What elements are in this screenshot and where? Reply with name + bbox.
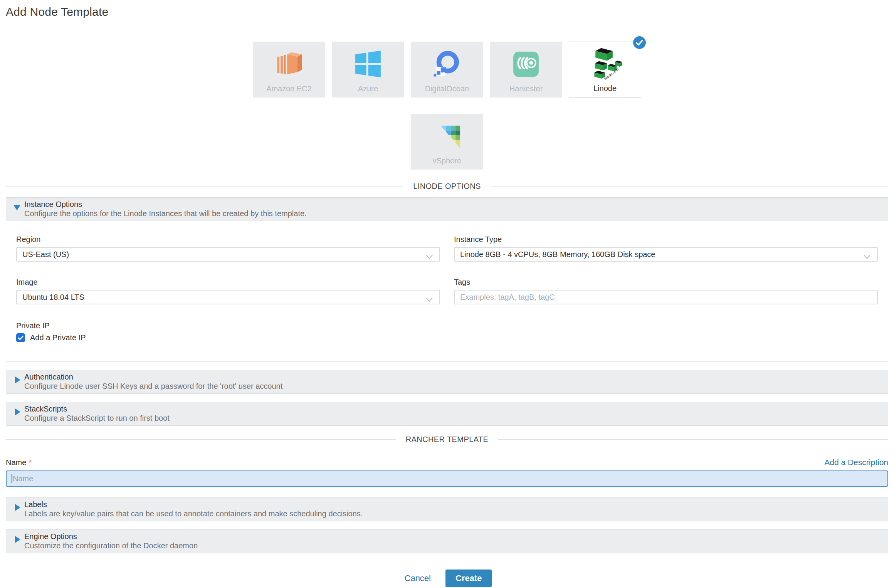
name-row: Name* Add a Description — [6, 458, 888, 467]
private-ip-checkbox-label: Add a Private IP — [30, 333, 86, 342]
digitalocean-icon — [411, 48, 483, 81]
chevron-down-icon — [425, 252, 433, 261]
separator-line — [6, 186, 403, 186]
section-title: Engine Options — [24, 532, 881, 541]
section-title: Instance Options — [24, 200, 881, 209]
separator-label: RANCHER TEMPLATE — [396, 435, 499, 444]
instance-type-value: Linode 8GB - 4 vCPUs, 8GB Memory, 160GB … — [460, 250, 655, 259]
tags-input[interactable] — [454, 290, 878, 304]
engine-options-header[interactable]: Engine Options Customize the configurati… — [6, 529, 888, 553]
triangle-right-icon — [15, 504, 20, 511]
region-field: Region US-East (US) — [16, 235, 440, 262]
provider-tile-linode[interactable]: linode.com Linode — [569, 42, 641, 97]
footer-actions: Cancel Create — [6, 570, 888, 587]
triangle-right-icon — [15, 376, 20, 383]
provider-row-2: vSphere — [6, 114, 888, 170]
required-asterisk: * — [29, 458, 32, 467]
amazon-ec2-icon — [253, 48, 325, 81]
provider-tile-azure[interactable]: Azure — [332, 42, 404, 97]
vsphere-icon — [411, 120, 483, 153]
stackscripts-header[interactable]: StackScripts Configure a StackScript to … — [6, 402, 888, 426]
private-ip-field: Private IP Add a Private IP — [16, 321, 878, 342]
instance-options-body: Region US-East (US) Instance Type Linode… — [6, 221, 888, 362]
checkbox-checked-icon[interactable] — [16, 333, 25, 342]
region-value: US-East (US) — [22, 250, 69, 259]
private-ip-label: Private IP — [16, 321, 878, 330]
section-instance-options: Instance Options Configure the options f… — [6, 197, 888, 362]
section-labels: Labels Labels are key/value pairs that c… — [6, 497, 888, 521]
image-select[interactable]: Ubuntu 18.04 LTS — [16, 290, 440, 304]
tile-label: Linode — [593, 84, 617, 92]
name-input-wrap — [6, 470, 888, 487]
chevron-down-icon — [425, 295, 433, 304]
tile-label: vSphere — [433, 157, 462, 165]
separator-line — [491, 186, 888, 186]
name-label: Name — [6, 458, 26, 467]
section-subtitle: Labels are key/value pairs that can be u… — [24, 509, 881, 518]
linode-logo-icon: linode.com — [569, 48, 641, 81]
section-subtitle: Configure a StackScript to run on first … — [24, 413, 881, 423]
instance-type-label: Instance Type — [454, 235, 878, 244]
image-label: Image — [16, 278, 440, 286]
tile-label: Harvester — [509, 85, 543, 92]
triangle-down-icon — [13, 205, 20, 210]
create-button[interactable]: Create — [445, 570, 492, 587]
provider-tile-harvester[interactable]: Harvester — [490, 42, 562, 97]
chevron-down-icon — [863, 252, 871, 261]
triangle-right-icon — [15, 536, 20, 543]
section-subtitle: Customize the configuration of the Docke… — [24, 541, 881, 550]
name-input[interactable] — [6, 470, 888, 487]
tile-label: Amazon EC2 — [266, 85, 312, 92]
separator-label: LINODE OPTIONS — [403, 182, 491, 191]
tags-label: Tags — [454, 278, 878, 286]
tile-label: DigitalOcean — [425, 85, 469, 92]
triangle-right-icon — [15, 408, 20, 415]
region-select[interactable]: US-East (US) — [16, 247, 440, 262]
provider-row-1: Amazon EC2 Azure — [6, 42, 888, 97]
provider-tile-amazon-ec2[interactable]: Amazon EC2 — [253, 42, 325, 97]
azure-icon — [332, 48, 404, 81]
selected-check-icon — [633, 36, 646, 49]
cancel-button[interactable]: Cancel — [402, 573, 433, 584]
add-node-template-page: Add Node Template Amazon EC2 — [0, 0, 894, 588]
section-engine-options: Engine Options Customize the configurati… — [6, 529, 888, 553]
separator-line — [6, 439, 396, 440]
separator-line — [498, 439, 888, 440]
linode-options-separator: LINODE OPTIONS — [6, 182, 888, 191]
rancher-template-separator: RANCHER TEMPLATE — [6, 435, 888, 444]
harvester-icon — [490, 48, 562, 81]
labels-header[interactable]: Labels Labels are key/value pairs that c… — [6, 497, 888, 521]
instance-type-field: Instance Type Linode 8GB - 4 vCPUs, 8GB … — [454, 235, 878, 262]
provider-tile-vsphere[interactable]: vSphere — [411, 114, 483, 170]
tile-label: Azure — [358, 85, 378, 92]
section-title: Authentication — [24, 372, 881, 381]
section-stackscripts: StackScripts Configure a StackScript to … — [6, 402, 888, 426]
instance-options-header[interactable]: Instance Options Configure the options f… — [6, 197, 888, 221]
image-field: Image Ubuntu 18.04 LTS — [16, 278, 440, 304]
page-title: Add Node Template — [6, 5, 888, 18]
authentication-header[interactable]: Authentication Configure Linode user SSH… — [6, 370, 888, 394]
private-ip-checkbox-row[interactable]: Add a Private IP — [16, 333, 878, 342]
section-subtitle: Configure the options for the Linode Ins… — [24, 209, 881, 218]
section-title: Labels — [24, 500, 881, 509]
text-cursor — [12, 474, 12, 483]
tags-field: Tags — [454, 278, 878, 304]
image-value: Ubuntu 18.04 LTS — [22, 293, 84, 302]
section-authentication: Authentication Configure Linode user SSH… — [6, 370, 888, 394]
instance-type-select[interactable]: Linode 8GB - 4 vCPUs, 8GB Memory, 160GB … — [454, 247, 878, 262]
region-label: Region — [16, 235, 440, 244]
section-subtitle: Configure Linode user SSH Keys and a pas… — [24, 381, 881, 391]
provider-tile-digitalocean[interactable]: DigitalOcean — [411, 42, 483, 97]
add-description-link[interactable]: Add a Description — [824, 458, 888, 467]
section-title: StackScripts — [24, 404, 881, 413]
